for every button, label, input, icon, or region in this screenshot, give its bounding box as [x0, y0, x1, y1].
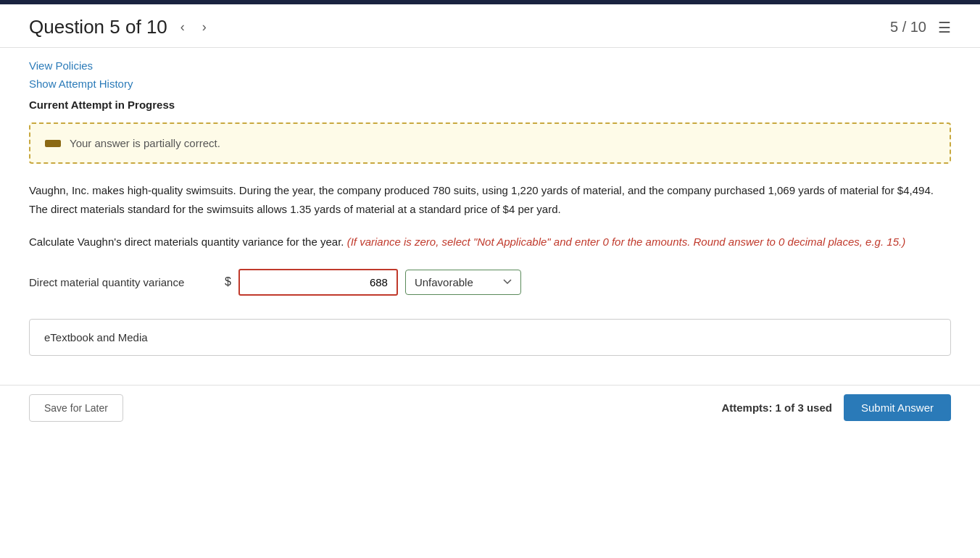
header-left: Question 5 of 10 ‹ › [29, 16, 211, 38]
current-attempt-label: Current Attempt in Progress [29, 99, 951, 111]
show-attempt-history-link[interactable]: Show Attempt History [29, 78, 951, 90]
partial-correct-message: Your answer is partially correct. [70, 137, 220, 149]
prev-arrow-button[interactable]: ‹ [176, 17, 189, 38]
progress-text: 5 / 10 [890, 19, 926, 36]
dollar-sign: $ [225, 275, 231, 288]
answer-row: Direct material quantity variance $ Favo… [29, 269, 951, 296]
etextbook-box: eTextbook and Media [29, 319, 951, 356]
save-for-later-button[interactable]: Save for Later [29, 394, 123, 422]
partial-correct-icon [45, 140, 61, 147]
submit-answer-button[interactable]: Submit Answer [844, 394, 951, 421]
partial-correct-box: Your answer is partially correct. [29, 122, 951, 164]
answer-label: Direct material quantity variance [29, 276, 217, 288]
paragraph2-italic: (If variance is zero, select "Not Applic… [344, 236, 905, 248]
paragraph2-prefix: Calculate Vaughn's direct materials quan… [29, 236, 344, 248]
question-paragraph1: Vaughn, Inc. makes high-quality swimsuit… [29, 181, 951, 218]
main-content: View Policies Show Attempt History Curre… [0, 48, 980, 385]
etextbook-label: eTextbook and Media [44, 331, 148, 343]
next-arrow-button[interactable]: › [198, 17, 211, 38]
list-icon[interactable]: ☰ [938, 19, 951, 36]
footer-bar: Save for Later Attempts: 1 of 3 used Sub… [0, 385, 980, 430]
attempts-text: Attempts: 1 of 3 used [721, 401, 832, 414]
header: Question 5 of 10 ‹ › 5 / 10 ☰ [0, 4, 980, 48]
variance-select[interactable]: Favorable Unfavorable Not Applicable [405, 270, 521, 295]
footer-right: Attempts: 1 of 3 used Submit Answer [721, 394, 951, 421]
header-right: 5 / 10 ☰ [890, 19, 951, 36]
question-title: Question 5 of 10 [29, 16, 167, 38]
amount-input[interactable] [238, 269, 398, 296]
view-policies-link[interactable]: View Policies [29, 59, 951, 72]
question-paragraph2: Calculate Vaughn's direct materials quan… [29, 233, 951, 251]
